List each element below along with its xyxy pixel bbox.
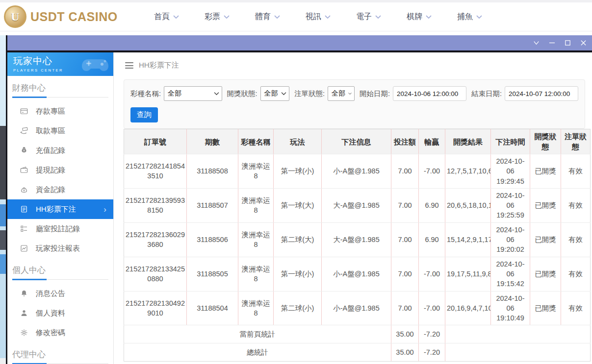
order-status-select[interactable]: 全部 [328,86,355,101]
player-center-window: 玩家中心 PLAYERS CENTER 財務中心 存款專區 [6,35,592,364]
summary-empty [445,325,591,343]
sidebar-item-hall-bet-record[interactable]: 廳室投註記錄 [7,219,113,239]
col-win-loss: 輸贏 [419,129,445,154]
deposit-card-icon [20,107,28,116]
end-date-label: 結束日期: [471,89,502,98]
sidebar-item-funds-record[interactable]: 資金記錄 [7,180,113,199]
cell-play-type: 第二球(小) [274,291,322,325]
cell-bet-time: 2024-10-06 19:29:45 [491,154,530,189]
chevron-down-icon [348,92,352,96]
sidebar-item-label: 存款專區 [36,107,65,116]
chevron-down-icon [476,15,482,19]
nav-item-sports[interactable]: 體育 [242,12,293,22]
cell-lottery-name: 澳洲幸运8 [238,154,274,189]
end-date-input[interactable] [505,86,578,101]
sidebar-item-label: HH彩票下注 [36,205,76,214]
cell-lottery-name: 澳洲幸运8 [238,291,274,325]
section-personal-center: 個人中心 [7,258,113,279]
window-dropdown-icon[interactable] [533,39,540,47]
sidebar-header: 玩家中心 PLAYERS CENTER [7,52,113,76]
wallet-icon [20,166,28,174]
cell-lottery-name: 澳洲幸运8 [238,257,274,291]
cell-bet-time: 2024-10-06 19:20:02 [491,222,530,257]
cell-order-status: 有效 [561,222,591,257]
chevron-down-icon [325,15,331,19]
cell-play-type: 第一球(小) [274,154,322,189]
cell-period: 31188507 [187,188,238,222]
summary-bet-total: 35.00 [391,325,419,343]
window-title-bar [7,35,592,50]
cell-period: 31188504 [187,291,238,325]
background-shape [0,204,6,226]
nav-item-lottery[interactable]: 彩票 [192,12,242,22]
cell-bet-time: 2024-10-06 19:15:42 [491,257,530,291]
cell-play-type: 第一球(大) [274,188,322,222]
col-draw-result: 開獎結果 [445,129,491,154]
nav-label: 視訊 [306,12,321,22]
nav-item-electronic[interactable]: 電子 [343,12,394,22]
background-shape [0,230,6,250]
cell-period: 31188506 [187,222,238,257]
cell-draw-status: 已開獎 [530,222,561,257]
site-top-bar: U USDT CASINO 首頁 彩票 體育 視訊 電子 [0,0,592,31]
query-button[interactable]: 查詢 [130,107,158,122]
col-order-status: 注單狀態 [561,129,591,154]
select-value: 全部 [264,89,278,98]
sidebar-item-withdrawal-record[interactable]: 提現記錄 [7,160,113,180]
sidebar-item-label: 修改密碼 [36,328,65,338]
sidebar-item-announcements[interactable]: 消息公告 [7,284,113,303]
logo-coin-icon: U [4,5,26,28]
bets-table: 訂單號 期數 彩種名稱 玩法 下注信息 投注額 輸贏 開獎結果 下注時間 開獎狀… [124,129,591,362]
sidebar-item-hh-lottery-bets[interactable]: HH彩票下注 › [7,199,113,219]
table-header-row: 訂單號 期數 彩種名稱 玩法 下注信息 投注額 輸贏 開獎結果 下注時間 開獎狀… [124,129,591,154]
finance-menu: 存款專區 取款專區 充值記錄 提現記錄 資金記錄 [7,99,113,258]
cell-order-status: 有效 [561,257,591,291]
window-maximize-icon[interactable] [564,39,571,47]
window-minimize-icon[interactable] [548,39,556,47]
cell-play-type: 第二球(大) [274,222,322,257]
chevron-down-icon [274,15,280,19]
nav-item-video[interactable]: 視訊 [293,12,343,22]
table-row: 2152172821360293680 31188506 澳洲幸运8 第二球(大… [124,222,591,257]
nav-item-fishing[interactable]: 捕魚 [444,12,495,22]
cell-draw-result: 20,6,5,18,10,17,16,13 [445,188,491,222]
nav-item-home[interactable]: 首頁 [141,12,192,22]
sidebar-item-label: 消息公告 [36,289,65,298]
cell-order-no: 2152172821360293680 [124,222,187,257]
nav-item-chess[interactable]: 棋牌 [394,12,444,22]
money-bag-icon [20,146,28,155]
sidebar-item-change-password[interactable]: 修改密碼 [7,323,113,342]
cell-bet-info: 大-A盤@1.985 [322,222,391,257]
summary-label: 當前頁統計 [124,325,391,343]
nav-label: 電子 [356,12,372,22]
site-logo[interactable]: U USDT CASINO [4,5,128,28]
chevron-right-icon: › [103,205,106,214]
cell-order-no: 2152172821304929010 [124,291,187,325]
window-close-icon[interactable] [580,39,587,47]
sidebar-item-profile[interactable]: 個人資料 [7,303,113,323]
cell-bet-time: 2024-10-06 19:10:49 [491,291,530,325]
cell-period: 31188505 [187,257,238,291]
chevron-down-icon [426,15,432,19]
document-list-icon [20,205,28,214]
section-agent-center: 代理中心 [7,342,113,364]
summary-winloss-total: -7.20 [419,343,445,362]
draw-status-label: 開獎狀態: [227,89,257,98]
chevron-down-icon [173,15,179,19]
cell-draw-result: 20,16,9,4,7,10,1,6 [445,291,491,325]
sidebar-item-recharge-record[interactable]: 充值記錄 [7,141,113,160]
start-date-input[interactable] [393,86,466,101]
sidebar-item-deposit[interactable]: 存款專區 [7,101,113,121]
cell-bet-time: 2024-10-06 19:25:59 [491,188,530,222]
sidebar-item-withdraw[interactable]: 取款專區 [7,121,113,141]
cell-win-loss: 6.90 [419,188,445,222]
purse-icon [20,185,28,194]
sidebar-item-label: 個人資料 [36,309,65,318]
hamburger-icon[interactable] [125,62,133,69]
table-row: 2152172821418543510 31188508 澳洲幸运8 第一球(小… [124,154,591,189]
select-value: 全部 [332,89,345,98]
draw-status-select[interactable]: 全部 [260,86,289,101]
table-row: 2152172821304929010 31188504 澳洲幸运8 第二球(小… [124,291,591,325]
lottery-name-select[interactable]: 全部 [164,86,222,101]
sidebar-item-player-bet-report[interactable]: 玩家投注報表 [7,239,113,258]
